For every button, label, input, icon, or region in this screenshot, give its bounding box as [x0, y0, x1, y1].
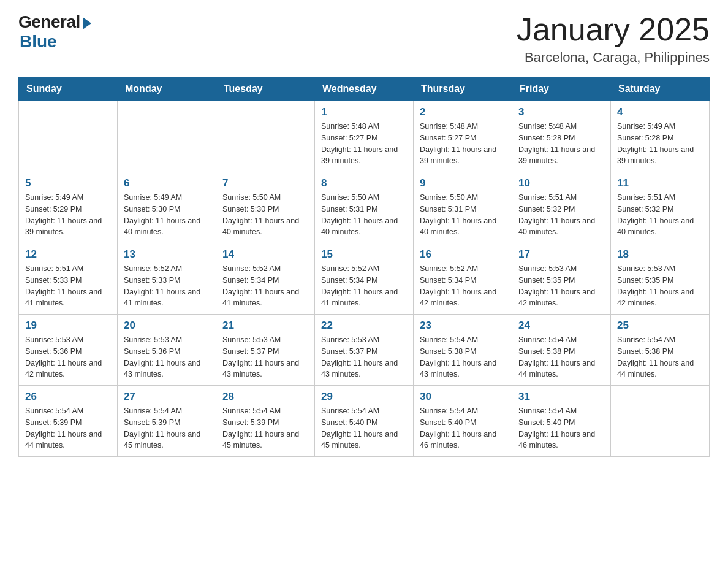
calendar-cell: 17Sunrise: 5:53 AMSunset: 5:35 PMDayligh…: [512, 243, 611, 315]
calendar-subtitle: Barcelona, Caraga, Philippines: [517, 50, 710, 66]
calendar-cell: 24Sunrise: 5:54 AMSunset: 5:38 PMDayligh…: [512, 315, 611, 386]
day-number: 28: [222, 391, 308, 403]
calendar-cell: 21Sunrise: 5:53 AMSunset: 5:37 PMDayligh…: [216, 315, 315, 386]
calendar-cell: [611, 386, 710, 457]
calendar-week-row: 26Sunrise: 5:54 AMSunset: 5:39 PMDayligh…: [19, 386, 710, 457]
day-info: Sunrise: 5:54 AMSunset: 5:38 PMDaylight:…: [617, 334, 703, 380]
day-info: Sunrise: 5:54 AMSunset: 5:38 PMDaylight:…: [420, 334, 506, 380]
calendar-cell: 8Sunrise: 5:50 AMSunset: 5:31 PMDaylight…: [315, 172, 414, 243]
day-number: 25: [617, 320, 703, 332]
calendar-cell: 3Sunrise: 5:48 AMSunset: 5:28 PMDaylight…: [512, 101, 611, 172]
weekday-header-row: SundayMondayTuesdayWednesdayThursdayFrid…: [19, 77, 710, 101]
day-number: 3: [518, 106, 604, 118]
calendar-title: January 2025: [517, 12, 710, 47]
calendar-cell: 20Sunrise: 5:53 AMSunset: 5:36 PMDayligh…: [118, 315, 216, 386]
day-number: 30: [420, 391, 506, 403]
calendar-cell: 31Sunrise: 5:54 AMSunset: 5:40 PMDayligh…: [512, 386, 611, 457]
day-number: 4: [617, 106, 703, 118]
calendar-cell: 26Sunrise: 5:54 AMSunset: 5:39 PMDayligh…: [19, 386, 118, 457]
calendar-cell: 9Sunrise: 5:50 AMSunset: 5:31 PMDaylight…: [414, 172, 512, 243]
calendar-table: SundayMondayTuesdayWednesdayThursdayFrid…: [18, 77, 710, 457]
day-info: Sunrise: 5:53 AMSunset: 5:35 PMDaylight:…: [617, 263, 703, 309]
day-number: 17: [518, 248, 604, 261]
day-info: Sunrise: 5:52 AMSunset: 5:34 PMDaylight:…: [420, 263, 506, 309]
day-info: Sunrise: 5:50 AMSunset: 5:30 PMDaylight:…: [222, 192, 308, 238]
calendar-cell: 2Sunrise: 5:48 AMSunset: 5:27 PMDaylight…: [414, 101, 512, 172]
day-info: Sunrise: 5:51 AMSunset: 5:33 PMDaylight:…: [25, 263, 111, 309]
day-info: Sunrise: 5:53 AMSunset: 5:37 PMDaylight:…: [321, 334, 407, 380]
day-info: Sunrise: 5:53 AMSunset: 5:36 PMDaylight:…: [25, 334, 111, 380]
calendar-header: SundayMondayTuesdayWednesdayThursdayFrid…: [19, 77, 710, 101]
day-number: 29: [321, 391, 407, 403]
calendar-cell: 11Sunrise: 5:51 AMSunset: 5:32 PMDayligh…: [611, 172, 710, 243]
calendar-week-row: 5Sunrise: 5:49 AMSunset: 5:29 PMDaylight…: [19, 172, 710, 243]
day-number: 21: [222, 320, 308, 332]
calendar-cell: 14Sunrise: 5:52 AMSunset: 5:34 PMDayligh…: [216, 243, 315, 315]
day-info: Sunrise: 5:52 AMSunset: 5:33 PMDaylight:…: [124, 263, 210, 309]
day-number: 23: [420, 320, 506, 332]
calendar-cell: 15Sunrise: 5:52 AMSunset: 5:34 PMDayligh…: [315, 243, 414, 315]
day-info: Sunrise: 5:53 AMSunset: 5:36 PMDaylight:…: [124, 334, 210, 380]
day-info: Sunrise: 5:49 AMSunset: 5:30 PMDaylight:…: [124, 192, 210, 238]
day-number: 16: [420, 248, 506, 261]
logo: General Blue: [18, 12, 91, 52]
weekday-header-tuesday: Tuesday: [216, 77, 315, 101]
day-info: Sunrise: 5:54 AMSunset: 5:40 PMDaylight:…: [518, 405, 604, 451]
weekday-header-thursday: Thursday: [414, 77, 512, 101]
day-number: 10: [518, 177, 604, 190]
day-number: 31: [518, 391, 604, 403]
calendar-cell: 7Sunrise: 5:50 AMSunset: 5:30 PMDaylight…: [216, 172, 315, 243]
calendar-cell: 4Sunrise: 5:49 AMSunset: 5:28 PMDaylight…: [611, 101, 710, 172]
calendar-cell: 19Sunrise: 5:53 AMSunset: 5:36 PMDayligh…: [19, 315, 118, 386]
day-number: 24: [518, 320, 604, 332]
day-info: Sunrise: 5:48 AMSunset: 5:28 PMDaylight:…: [518, 121, 604, 167]
day-info: Sunrise: 5:54 AMSunset: 5:40 PMDaylight:…: [321, 405, 407, 451]
calendar-week-row: 19Sunrise: 5:53 AMSunset: 5:36 PMDayligh…: [19, 315, 710, 386]
day-info: Sunrise: 5:49 AMSunset: 5:29 PMDaylight:…: [25, 192, 111, 238]
weekday-header-monday: Monday: [118, 77, 216, 101]
calendar-body: 1Sunrise: 5:48 AMSunset: 5:27 PMDaylight…: [19, 101, 710, 457]
day-info: Sunrise: 5:48 AMSunset: 5:27 PMDaylight:…: [420, 121, 506, 167]
calendar-cell: 28Sunrise: 5:54 AMSunset: 5:39 PMDayligh…: [216, 386, 315, 457]
calendar-cell: 29Sunrise: 5:54 AMSunset: 5:40 PMDayligh…: [315, 386, 414, 457]
day-number: 1: [321, 106, 407, 118]
calendar-cell: [216, 101, 315, 172]
calendar-cell: 5Sunrise: 5:49 AMSunset: 5:29 PMDaylight…: [19, 172, 118, 243]
day-number: 5: [25, 177, 111, 190]
day-number: 7: [222, 177, 308, 190]
day-number: 18: [617, 248, 703, 261]
calendar-cell: 12Sunrise: 5:51 AMSunset: 5:33 PMDayligh…: [19, 243, 118, 315]
day-info: Sunrise: 5:54 AMSunset: 5:40 PMDaylight:…: [420, 405, 506, 451]
day-number: 27: [124, 391, 210, 403]
day-number: 9: [420, 177, 506, 190]
day-number: 22: [321, 320, 407, 332]
calendar-cell: 30Sunrise: 5:54 AMSunset: 5:40 PMDayligh…: [414, 386, 512, 457]
logo-general-text: General: [18, 12, 80, 32]
calendar-cell: 16Sunrise: 5:52 AMSunset: 5:34 PMDayligh…: [414, 243, 512, 315]
calendar-cell: 23Sunrise: 5:54 AMSunset: 5:38 PMDayligh…: [414, 315, 512, 386]
day-info: Sunrise: 5:48 AMSunset: 5:27 PMDaylight:…: [321, 121, 407, 167]
weekday-header-wednesday: Wednesday: [315, 77, 414, 101]
page-header: General Blue January 2025 Barcelona, Car…: [18, 12, 710, 66]
day-info: Sunrise: 5:52 AMSunset: 5:34 PMDaylight:…: [321, 263, 407, 309]
day-info: Sunrise: 5:50 AMSunset: 5:31 PMDaylight:…: [321, 192, 407, 238]
day-number: 8: [321, 177, 407, 190]
day-info: Sunrise: 5:54 AMSunset: 5:39 PMDaylight:…: [222, 405, 308, 451]
calendar-cell: 10Sunrise: 5:51 AMSunset: 5:32 PMDayligh…: [512, 172, 611, 243]
calendar-cell: 25Sunrise: 5:54 AMSunset: 5:38 PMDayligh…: [611, 315, 710, 386]
day-info: Sunrise: 5:54 AMSunset: 5:38 PMDaylight:…: [518, 334, 604, 380]
calendar-cell: 6Sunrise: 5:49 AMSunset: 5:30 PMDaylight…: [118, 172, 216, 243]
day-info: Sunrise: 5:54 AMSunset: 5:39 PMDaylight:…: [25, 405, 111, 451]
day-number: 15: [321, 248, 407, 261]
day-info: Sunrise: 5:53 AMSunset: 5:37 PMDaylight:…: [222, 334, 308, 380]
weekday-header-saturday: Saturday: [611, 77, 710, 101]
logo-arrow-icon: [83, 17, 91, 29]
weekday-header-friday: Friday: [512, 77, 611, 101]
calendar-week-row: 12Sunrise: 5:51 AMSunset: 5:33 PMDayligh…: [19, 243, 710, 315]
calendar-week-row: 1Sunrise: 5:48 AMSunset: 5:27 PMDaylight…: [19, 101, 710, 172]
calendar-cell: [19, 101, 118, 172]
day-number: 6: [124, 177, 210, 190]
calendar-cell: 1Sunrise: 5:48 AMSunset: 5:27 PMDaylight…: [315, 101, 414, 172]
calendar-cell: 18Sunrise: 5:53 AMSunset: 5:35 PMDayligh…: [611, 243, 710, 315]
day-info: Sunrise: 5:50 AMSunset: 5:31 PMDaylight:…: [420, 192, 506, 238]
